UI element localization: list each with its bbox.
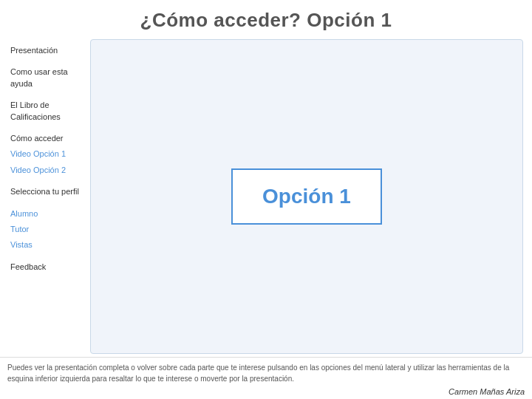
sidebar-item-vistas[interactable]: Vistas bbox=[9, 238, 84, 252]
sidebar-item-video-opcion1[interactable]: Video Opción 1 bbox=[9, 147, 84, 161]
page-wrapper: ¿Cómo acceder? Opción 1 Presentación Com… bbox=[0, 0, 532, 399]
page-title: ¿Cómo acceder? Opción 1 bbox=[0, 9, 532, 32]
sidebar-item-presentacion[interactable]: Presentación bbox=[9, 44, 84, 58]
sidebar: Presentación Como usar esta ayuda El Lib… bbox=[6, 39, 87, 357]
sidebar-item-video-opcion2[interactable]: Video Opción 2 bbox=[9, 163, 84, 177]
sidebar-item-selecciona-perfil[interactable]: Selecciona tu perfil bbox=[9, 185, 84, 199]
sidebar-item-libro-calificaciones[interactable]: El Libro de Calificaciones bbox=[9, 98, 84, 124]
opcion-box-text: Opción 1 bbox=[262, 185, 351, 208]
main-area: Presentación Como usar esta ayuda El Lib… bbox=[0, 39, 532, 357]
sidebar-item-como-usar[interactable]: Como usar esta ayuda bbox=[9, 65, 84, 91]
footer-text: Puedes ver la presentación completa o vo… bbox=[7, 362, 525, 384]
sidebar-item-feedback[interactable]: Feedback bbox=[9, 260, 84, 274]
sidebar-item-como-acceder[interactable]: Cómo acceder bbox=[9, 132, 84, 146]
opcion-box: Opción 1 bbox=[231, 168, 382, 225]
sidebar-item-alumno[interactable]: Alumno bbox=[9, 207, 84, 221]
title-bar: ¿Cómo acceder? Opción 1 bbox=[0, 0, 532, 39]
footer-area: Puedes ver la presentación completa o vo… bbox=[0, 357, 532, 399]
footer-author: Carmen Mañas Ariza bbox=[7, 387, 525, 396]
content-area: Opción 1 bbox=[90, 39, 523, 354]
sidebar-item-tutor[interactable]: Tutor bbox=[9, 222, 84, 236]
